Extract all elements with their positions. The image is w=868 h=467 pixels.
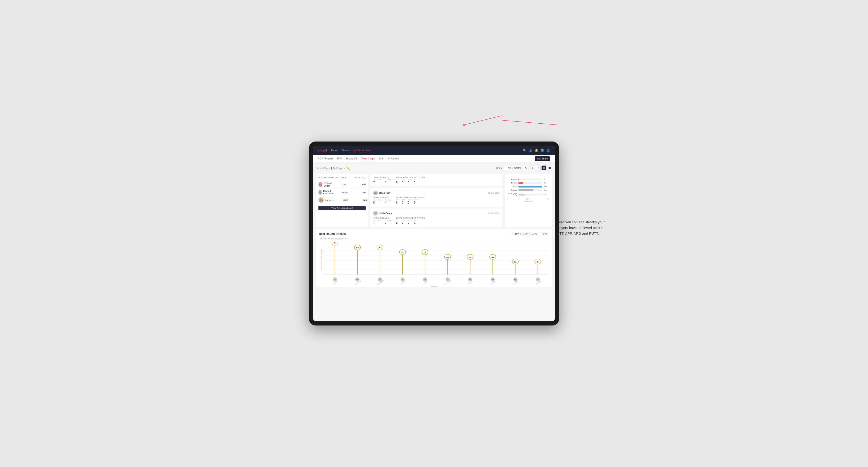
stat-item: ARG 0 xyxy=(408,179,412,184)
axis-200: 200 xyxy=(526,198,529,200)
svg-line-47 xyxy=(502,120,559,125)
bar-track xyxy=(519,179,542,181)
nav-home[interactable]: Home xyxy=(331,148,338,152)
view-leaderboard-button[interactable]: View Full Leaderboard xyxy=(318,206,366,210)
avatar: RB xyxy=(373,191,378,195)
bar-chart-footer: Total Shots xyxy=(507,200,550,203)
avatar: JC xyxy=(373,211,378,216)
practice-stats: OTT 0 APP 0 ARG xyxy=(396,199,425,204)
nav-links: Home Teams My Performance xyxy=(331,148,523,152)
user-icon[interactable]: 👤 xyxy=(529,149,532,152)
subnav-team-clippd[interactable]: Team Clippd xyxy=(361,155,375,162)
pb-score: 18/20 xyxy=(335,191,354,194)
bar-row-eagles: Eagles 3 xyxy=(507,178,550,181)
avatar-icon[interactable]: 👤 xyxy=(547,149,550,152)
bar-fill xyxy=(519,189,533,191)
ott-label: OTT xyxy=(396,219,400,221)
player-card-name: JC Josh Coles xyxy=(373,211,392,216)
player-col: DB D. Billingham xyxy=(373,277,387,283)
card-view-icon[interactable]: ▤ xyxy=(541,165,546,170)
player-col: EC E. Crossman xyxy=(441,277,455,283)
bar-track xyxy=(519,186,542,187)
subnav-pgat[interactable]: PGAT Players xyxy=(318,155,334,162)
view-icons: ⊞ ≡ ▤ ⬛ xyxy=(530,165,552,170)
subnav-tour[interactable]: Tour xyxy=(379,155,383,162)
streak-svg: 7x 6x 6x xyxy=(323,242,549,276)
stat-item: Practice 4 xyxy=(385,199,391,204)
player-col: RB R. Butler xyxy=(508,277,522,283)
list-view-icon[interactable]: ≡ xyxy=(536,165,540,170)
player-cards-panel: Total Rounds Tournament 7 Practice xyxy=(370,174,502,227)
edit-team-icon[interactable]: ✏️ xyxy=(346,167,350,169)
putt-label: PUTT xyxy=(414,179,418,181)
player-card-header: RB Rees Britt 02 Sep 2023 xyxy=(373,191,500,195)
tournament-label: Tournament xyxy=(373,199,382,201)
stat-item: OTT 0 xyxy=(396,199,400,204)
grid-view-icon[interactable]: ⊞ xyxy=(530,165,535,170)
subnav-hcaps[interactable]: Hcaps 1-5 xyxy=(346,155,358,162)
putt-value: 1 xyxy=(414,221,418,224)
rounds-group: Total Rounds Tournament 7 Practice xyxy=(373,217,391,224)
stat-item: Tournament 7 xyxy=(373,219,382,224)
period-select[interactable]: Last 3 monthsLast 6 monthsLast 12 months xyxy=(504,166,528,170)
col-pb-avg: PB AVG SQ xyxy=(354,177,366,179)
rounds-sub: Tournament 8 Practice 4 xyxy=(373,199,391,204)
tournament-label: Tournament xyxy=(373,179,382,181)
nav-teams[interactable]: Teams xyxy=(342,148,349,152)
player-info: EC 2 Edward Crossman xyxy=(318,190,335,195)
streak-tab-ott[interactable]: OTT xyxy=(513,232,521,236)
streaks-tabs: OTT APP ARG PUTT xyxy=(513,232,549,236)
svg-line-46 xyxy=(464,116,502,125)
nav-my-performance[interactable]: My Performance xyxy=(353,148,372,152)
practice-value: 4 xyxy=(385,201,391,204)
putt-label: PUTT xyxy=(414,199,418,201)
practice-label: Practice xyxy=(385,179,391,181)
settings-icon[interactable]: ⚙️ xyxy=(540,149,544,152)
subnav-pga[interactable]: PGA xyxy=(337,155,342,162)
tournament-value: 7 xyxy=(373,221,382,224)
player-info: RB 1 Richard Butler xyxy=(318,182,335,187)
stat-item: ARG 0 xyxy=(408,219,412,224)
stat-item: Practice 2 xyxy=(385,219,391,224)
player-card: Total Rounds Tournament 7 Practice xyxy=(370,174,502,186)
stat-item: OTT 0 xyxy=(396,179,400,184)
app-logo: clippd xyxy=(318,149,327,152)
tournament-value: 7 xyxy=(373,181,382,184)
ott-value: 0 xyxy=(396,201,400,204)
svg-text:3x: 3x xyxy=(514,261,517,263)
streaks-title: Best Round Streaks xyxy=(319,232,346,236)
app-label: APP xyxy=(402,219,405,221)
arg-label: ARG xyxy=(408,219,412,221)
tablet-screen: clippd Home Teams My Performance 🔍 👤 🔔 ⚙… xyxy=(313,146,555,321)
search-icon[interactable]: 🔍 xyxy=(523,149,526,152)
player-card-stats: Total Rounds Tournament 7 Practice xyxy=(373,217,500,224)
app-value: 0 xyxy=(402,181,405,184)
pb-avg: 110 xyxy=(354,183,366,186)
table-view-icon[interactable]: ⬛ xyxy=(547,165,552,170)
streak-tab-arg[interactable]: ARG xyxy=(530,232,539,236)
subnav-all-players[interactable]: All Players xyxy=(387,155,399,162)
practice-activities-group: Total Practice Activities OTT 0 APP xyxy=(396,197,425,204)
player-card-stats: Total Rounds Tournament 8 Practice xyxy=(373,197,500,204)
player-card-josh: JC Josh Coles 26 Aug 2023 Total Rounds xyxy=(370,209,502,227)
streak-tab-app[interactable]: APP xyxy=(522,232,530,236)
svg-text:4x: 4x xyxy=(469,256,471,258)
streaks-header: Best Round Streaks OTT APP ARG PUTT xyxy=(319,232,549,236)
player-col: CQ C. Quick xyxy=(531,277,545,283)
practice-value: 6 xyxy=(385,181,391,184)
add-team-button[interactable]: Add Team xyxy=(535,156,550,161)
svg-text:7x: 7x xyxy=(334,242,336,244)
arg-value: 0 xyxy=(408,201,412,204)
app-label: APP xyxy=(402,199,405,201)
bar-chart-panel: Eagles 3 Birdies 96 xyxy=(505,174,552,227)
notification-icon[interactable]: 🔔 xyxy=(535,149,538,152)
arg-value: 0 xyxy=(408,221,412,224)
streak-tab-putt[interactable]: PUTT xyxy=(540,232,549,236)
bar-label: Eagles xyxy=(507,178,517,181)
svg-text:4x: 4x xyxy=(446,256,449,258)
bar-label: Bogeys xyxy=(507,189,517,191)
streaks-panel: Best Round Streaks OTT APP ARG PUTT Off … xyxy=(316,229,552,287)
stat-item: APP 0 xyxy=(402,219,405,224)
practice-stats: OTT 0 APP 0 ARG xyxy=(396,179,425,184)
col-pb-score: PB SCORE xyxy=(335,177,354,179)
